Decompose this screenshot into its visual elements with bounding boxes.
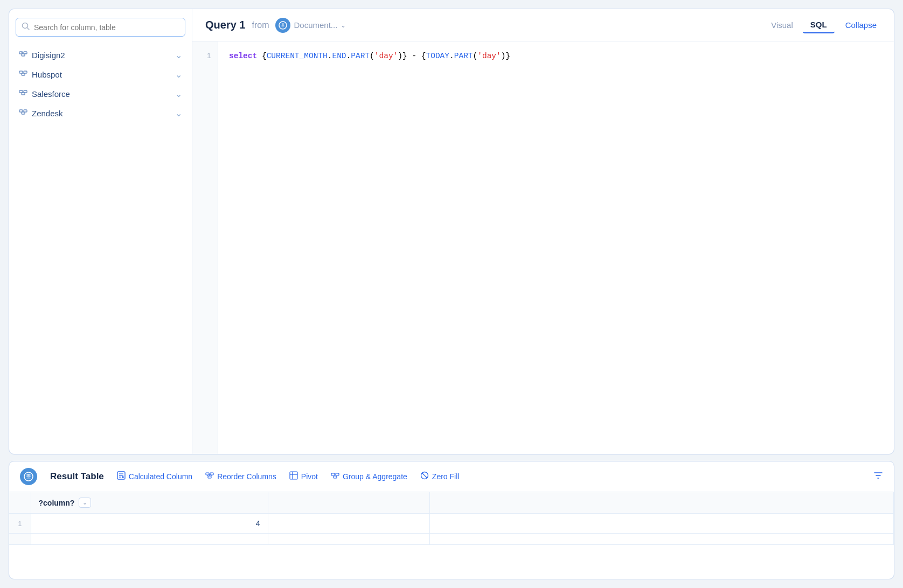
chevron-down-icon: ⌄ — [175, 108, 182, 118]
svg-rect-16 — [22, 112, 25, 114]
row-cell-empty-3 — [429, 534, 894, 545]
database-icon-2 — [19, 69, 27, 80]
doc-chevron-icon: ⌄ — [341, 22, 346, 29]
sidebar-item-label: Salesforce — [32, 89, 171, 99]
col-header-1: ?column? ⌄ — [31, 492, 268, 514]
svg-line-1 — [27, 28, 30, 30]
row-cell-3 — [429, 514, 894, 534]
tab-visual[interactable]: Visual — [763, 17, 801, 33]
bottom-panel: Result Table Calculated Column — [9, 461, 894, 579]
chevron-down-icon: ⌄ — [175, 50, 182, 60]
code-editor: 1 select {CURRENT_MONTH.END.PART('day')}… — [192, 41, 894, 454]
reorder-columns-button[interactable]: Reorder Columns — [205, 471, 276, 482]
zero-fill-button[interactable]: Zero Fill — [420, 471, 460, 482]
reorder-icon — [205, 471, 214, 482]
svg-rect-25 — [206, 473, 209, 475]
sidebar-item-hubspot[interactable]: Hubspot ⌄ — [16, 65, 185, 84]
sidebar-item-label: Hubspot — [32, 70, 171, 79]
row-cell-2 — [268, 514, 429, 534]
row-num-empty — [9, 534, 31, 545]
view-tabs: Visual SQL — [763, 17, 834, 33]
result-table-wrapper: ?column? ⌄ 1 4 — [9, 492, 894, 579]
svg-rect-34 — [331, 473, 335, 475]
from-label: from — [252, 20, 269, 30]
result-table-title: Result Table — [50, 471, 104, 482]
pivot-icon — [289, 471, 298, 482]
chevron-down-icon: ⌄ — [175, 89, 182, 99]
row-num-cell: 1 — [9, 514, 31, 534]
calculated-column-button[interactable]: Calculated Column — [117, 471, 192, 482]
row-cell-1: 4 — [31, 514, 268, 534]
sidebar-item-digisign2[interactable]: Digisign2 ⌄ — [16, 45, 185, 65]
doc-icon — [275, 18, 290, 33]
svg-line-38 — [422, 473, 427, 478]
collapse-button[interactable]: Collapse — [841, 17, 881, 33]
calc-icon — [117, 471, 126, 482]
sidebar-item-label: Zendesk — [32, 109, 171, 118]
pivot-button[interactable]: Pivot — [289, 471, 318, 482]
group-icon — [331, 471, 339, 482]
col-dropdown-button[interactable]: ⌄ — [79, 498, 91, 508]
col-header-3 — [429, 492, 894, 514]
search-box[interactable] — [16, 18, 185, 37]
editor-header: Query 1 from Document... ⌄ Visual SQL — [192, 9, 894, 41]
table-row: 1 4 — [9, 514, 894, 534]
reorder-columns-label: Reorder Columns — [217, 472, 276, 481]
doc-label: Document... — [294, 20, 337, 30]
database-icon — [19, 50, 27, 60]
code-content[interactable]: select {CURRENT_MONTH.END.PART('day')} -… — [218, 41, 894, 454]
svg-rect-4 — [22, 54, 25, 56]
sidebar: Digisign2 ⌄ Hubspot ⌄ Sa — [9, 9, 192, 454]
filter-icon[interactable] — [873, 471, 883, 483]
line-numbers: 1 — [192, 41, 218, 454]
svg-rect-36 — [334, 476, 337, 478]
svg-rect-10 — [22, 73, 25, 75]
chevron-down-icon: ⌄ — [175, 69, 182, 80]
calculated-column-label: Calculated Column — [129, 472, 192, 481]
sidebar-item-salesforce[interactable]: Salesforce ⌄ — [16, 84, 185, 103]
svg-rect-26 — [210, 473, 213, 475]
line-number-1: 1 — [207, 50, 211, 62]
result-table: ?column? ⌄ 1 4 — [9, 492, 894, 545]
svg-rect-13 — [22, 93, 25, 95]
group-aggregate-button[interactable]: Group & Aggregate — [331, 471, 407, 482]
search-icon — [22, 22, 30, 32]
pivot-label: Pivot — [301, 472, 318, 481]
doc-source[interactable]: Document... ⌄ — [275, 18, 346, 33]
zero-fill-label: Zero Fill — [432, 472, 460, 481]
top-panel: Digisign2 ⌄ Hubspot ⌄ Sa — [9, 9, 894, 454]
editor-area: Query 1 from Document... ⌄ Visual SQL — [192, 9, 894, 454]
result-toolbar: Result Table Calculated Column — [9, 461, 894, 492]
sidebar-item-label: Digisign2 — [32, 51, 171, 60]
row-cell-empty-1 — [31, 534, 268, 545]
svg-rect-35 — [336, 473, 339, 475]
result-icon — [20, 468, 37, 485]
query-title: Query 1 — [205, 19, 245, 31]
table-row-empty — [9, 534, 894, 545]
row-cell-empty-2 — [268, 534, 429, 545]
col-name-1: ?column? — [39, 499, 75, 507]
search-input[interactable] — [34, 23, 179, 32]
svg-rect-31 — [290, 472, 297, 479]
group-aggregate-label: Group & Aggregate — [343, 472, 407, 481]
row-num-header — [9, 492, 31, 514]
zerofill-icon — [420, 471, 429, 482]
svg-rect-27 — [208, 476, 211, 478]
sidebar-item-zendesk[interactable]: Zendesk ⌄ — [16, 103, 185, 123]
col-header-2 — [268, 492, 429, 514]
database-icon-4 — [19, 108, 27, 118]
tab-sql[interactable]: SQL — [803, 17, 835, 33]
database-icon-3 — [19, 88, 27, 99]
